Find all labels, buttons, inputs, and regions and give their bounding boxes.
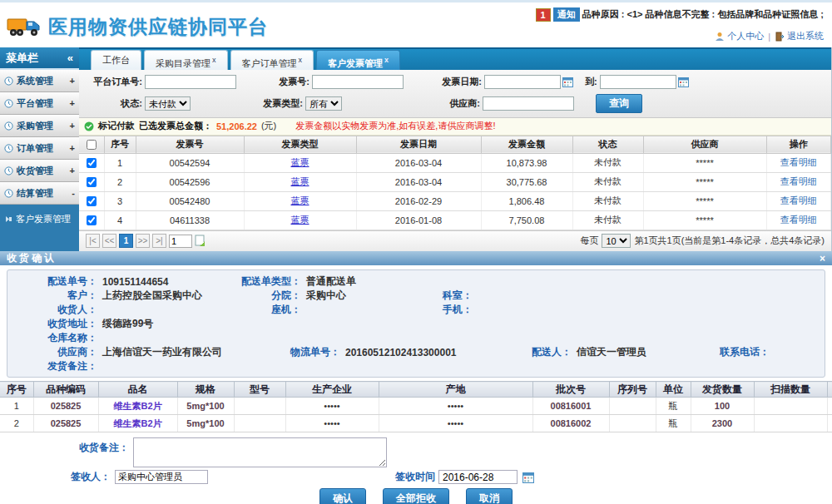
- expand-plus-icon[interactable]: +: [70, 166, 75, 175]
- expand-plus-icon[interactable]: +: [70, 143, 75, 153]
- clock-icon: [4, 121, 13, 131]
- expand-plus-icon[interactable]: +: [70, 121, 75, 131]
- invoice-type-select[interactable]: 所有: [305, 96, 342, 111]
- tab-close-icon[interactable]: x: [384, 56, 389, 64]
- col-item-qty: 发货数量: [691, 382, 754, 398]
- calendar-icon[interactable]: [678, 77, 689, 87]
- sidebar-collapse-icon[interactable]: «: [67, 52, 73, 64]
- per-page-label: 每页: [580, 235, 598, 247]
- receipt-remark-textarea[interactable]: [133, 437, 387, 467]
- expand-plus-icon[interactable]: +: [70, 98, 75, 108]
- col-item-spec: 规格: [177, 382, 234, 398]
- profile-link[interactable]: 个人中心: [715, 30, 764, 42]
- col-supplier: 供应商: [643, 136, 766, 153]
- tab-close-icon[interactable]: x: [299, 56, 303, 64]
- receiver-label: 收货人：: [7, 303, 97, 317]
- calendar-icon[interactable]: [562, 77, 573, 87]
- col-item-batch: 批次号: [532, 382, 609, 398]
- ship-remark-label: 发货备注：: [7, 359, 97, 373]
- user-icon: [715, 32, 725, 42]
- notification-label: 通知: [553, 7, 580, 22]
- tab-customer-invoices[interactable]: 客户发票管理x: [316, 50, 400, 70]
- invoice-type-label: 发票类型:: [253, 97, 303, 110]
- view-detail-link[interactable]: 查看明细: [780, 195, 817, 205]
- reject-all-button[interactable]: 全部拒收: [383, 488, 449, 504]
- close-icon[interactable]: ×: [820, 253, 825, 264]
- invoice-type-link[interactable]: 蓝票: [291, 195, 310, 205]
- search-button[interactable]: 查询: [596, 94, 642, 113]
- sidebar-item-platform[interactable]: 平台管理 +: [0, 92, 79, 115]
- page-next-button[interactable]: >>: [136, 234, 150, 248]
- platform-order-input[interactable]: [145, 75, 236, 89]
- cancel-button[interactable]: 取消: [466, 488, 513, 504]
- view-detail-link[interactable]: 查看明细: [780, 176, 817, 186]
- delivery-type-label: 配送单类型：: [222, 274, 301, 289]
- invoice-no-input[interactable]: [312, 75, 404, 89]
- sidebar-item-receiving[interactable]: 收货管理 +: [0, 160, 79, 182]
- row-checkbox[interactable]: [87, 177, 97, 187]
- truck-logo-icon: [7, 13, 42, 40]
- clock-icon: [4, 166, 13, 175]
- view-detail-link[interactable]: 查看明细: [780, 215, 817, 225]
- mark-paid-link[interactable]: 标记付款: [98, 120, 135, 132]
- collapse-minus-icon[interactable]: -: [72, 188, 75, 198]
- warning-text: 发票金额以实物发票为准,如有误差,请供应商调整!: [295, 120, 495, 132]
- invoice-date-to-input[interactable]: [600, 75, 676, 89]
- tab-workbench[interactable]: 工作台: [91, 50, 141, 70]
- logistics-no-value: 20160512102413300001: [340, 347, 498, 358]
- col-invoice-no: 发票号: [136, 136, 244, 153]
- sidebar-item-orders[interactable]: 订单管理 +: [0, 137, 79, 160]
- page-prev-button[interactable]: <<: [102, 234, 116, 248]
- table-row: 2 00542596 蓝票 2016-03-04 30,775.68 未付款 *…: [79, 172, 831, 191]
- clock-icon: [4, 77, 13, 86]
- item-name-link[interactable]: 维生素B2片: [113, 401, 161, 411]
- item-name-link[interactable]: 维生素B2片: [113, 418, 161, 428]
- invoice-type-link[interactable]: 蓝票: [291, 157, 310, 167]
- signer-input[interactable]: [115, 470, 208, 484]
- row-checkbox[interactable]: [87, 196, 97, 206]
- col-action: 操作: [766, 136, 831, 153]
- invoice-type-link[interactable]: 蓝票: [291, 176, 310, 186]
- page-number-input[interactable]: [169, 235, 192, 248]
- page-current[interactable]: 1: [119, 234, 133, 248]
- col-item-serial: 序列号: [609, 382, 656, 398]
- col-item-scanned: 扫描数量: [754, 382, 827, 398]
- branch-value: 采购中心: [301, 289, 399, 303]
- invoice-date-from-input[interactable]: [484, 75, 561, 89]
- notification-bar[interactable]: 1 通知 品种原因 : <1> 品种信息不完整 : 包括品牌和品种证照信息 ;: [536, 7, 824, 22]
- col-invoice-amount: 发票金额: [481, 136, 572, 153]
- sidebar-item-procurement[interactable]: 采购管理 +: [0, 115, 79, 137]
- page-first-button[interactable]: |<: [86, 234, 100, 248]
- delivery-type-value: 普通配送单: [301, 274, 399, 289]
- sidebar-item-customer-invoice[interactable]: 客户发票管理: [0, 210, 79, 228]
- invoice-date-label: 发票日期:: [427, 76, 482, 88]
- expand-plus-icon[interactable]: +: [70, 76, 75, 86]
- calendar-icon[interactable]: [522, 472, 534, 483]
- per-page-select[interactable]: 10: [602, 234, 631, 248]
- sign-time-input[interactable]: [438, 470, 518, 484]
- invoice-no-label: 发票号:: [260, 76, 310, 88]
- select-all-checkbox[interactable]: [87, 140, 97, 150]
- logout-link[interactable]: 退出系统: [775, 30, 824, 42]
- tab-customer-orders[interactable]: 客户订单管理x: [230, 50, 314, 70]
- tab-procurement-catalog[interactable]: 采购目录管理x: [144, 50, 228, 70]
- row-checkbox[interactable]: [87, 215, 97, 225]
- address-label: 收货地址：: [7, 317, 97, 331]
- col-item-manufacturer: 生产企业: [285, 382, 379, 398]
- submenu-arrow-icon: [5, 215, 12, 223]
- tab-close-icon[interactable]: x: [212, 56, 216, 64]
- platform-order-label: 平台订单号:: [86, 76, 142, 88]
- page-last-button[interactable]: >|: [152, 234, 166, 248]
- confirm-button[interactable]: 确认: [319, 488, 366, 504]
- notification-count-badge: 1: [536, 8, 551, 22]
- sidebar-item-settlement[interactable]: 结算管理 -: [0, 182, 79, 205]
- status-select[interactable]: 未付款: [145, 96, 191, 111]
- col-invoice-date: 发票日期: [356, 136, 481, 153]
- col-item-model: 型号: [234, 382, 285, 398]
- refresh-page-icon[interactable]: [195, 235, 206, 247]
- sidebar-item-system[interactable]: 系统管理 +: [0, 70, 79, 92]
- invoice-type-link[interactable]: 蓝票: [291, 215, 310, 225]
- supplier-input[interactable]: [483, 96, 574, 111]
- row-checkbox[interactable]: [87, 158, 97, 168]
- view-detail-link[interactable]: 查看明细: [780, 157, 817, 167]
